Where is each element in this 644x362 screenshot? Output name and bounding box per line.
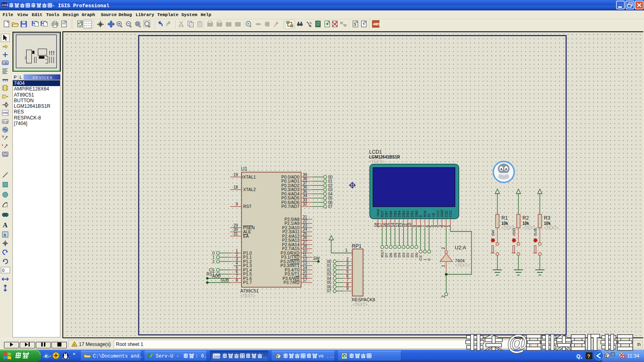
svg-text:@: @ bbox=[507, 331, 528, 354]
